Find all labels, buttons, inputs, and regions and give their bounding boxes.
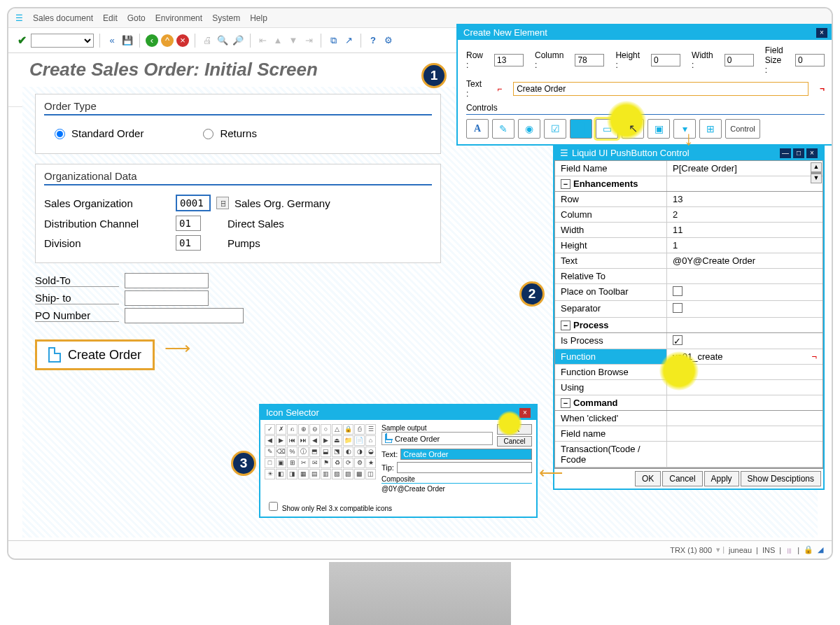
- pbc-width-value[interactable]: 11: [667, 223, 822, 237]
- callout-2: 2: [519, 281, 545, 307]
- collapse-icon[interactable]: −: [561, 398, 570, 408]
- isel-ok-button[interactable]: OK: [497, 424, 532, 435]
- cne-row-input[interactable]: [494, 54, 524, 66]
- find-icon[interactable]: 🔍: [216, 34, 229, 47]
- cne-width-input[interactable]: [724, 54, 754, 66]
- pbc-apply-button[interactable]: Apply: [704, 471, 739, 486]
- help-icon[interactable]: ?: [367, 34, 379, 47]
- radio-standard-order[interactable]: Standard Order: [51, 127, 144, 139]
- isel-composite-value: @0Y@Create Order: [382, 484, 532, 494]
- nav-up-icon[interactable]: ^: [161, 34, 174, 47]
- session-icon[interactable]: ⧉: [327, 34, 340, 47]
- icon-grid[interactable]: ✓✗⎌⊕⊖○△🔒⎙☰ ◀▶⏮⏭◀▶⏏📁📄⌂ ✎⌫%ⓘ⬒⬓⬔◐◑◒ □▣⊞✂✉⚑♻…: [265, 424, 376, 494]
- nav-back-icon[interactable]: ‹: [146, 34, 158, 47]
- cne-text-input[interactable]: [513, 82, 808, 96]
- menu-help[interactable]: Help: [250, 13, 267, 23]
- pbc-isprocess-checkbox[interactable]: ✓: [673, 335, 682, 345]
- pbc-cancel-button[interactable]: Cancel: [662, 471, 702, 486]
- close-icon[interactable]: ×: [806, 148, 818, 158]
- ctl-image-icon[interactable]: ▣: [648, 119, 670, 139]
- status-graph-icon: ⫼: [785, 546, 793, 554]
- cancel-icon[interactable]: ×: [176, 34, 189, 47]
- maximize-icon[interactable]: □: [793, 148, 804, 158]
- cne-height-input[interactable]: [651, 54, 680, 66]
- isel-sample-output: Create Order: [382, 432, 493, 445]
- arrow-left-icon: ⟵: [539, 463, 563, 483]
- pbc-relative-value[interactable]: [667, 269, 822, 283]
- collapse-icon[interactable]: −: [561, 179, 570, 189]
- pbc-row-value[interactable]: 13: [667, 192, 822, 206]
- sales-org-input[interactable]: [176, 195, 211, 211]
- pbc-ok-button[interactable]: OK: [635, 471, 661, 486]
- ctl-control-button[interactable]: Control: [725, 119, 760, 139]
- cne-width-label: Width :: [692, 50, 713, 70]
- radio-returns[interactable]: Returns: [200, 127, 257, 139]
- pbc-fieldname-value[interactable]: P[Create Order]: [667, 161, 822, 176]
- isel-tip-input[interactable]: [397, 462, 532, 473]
- cne-col-input[interactable]: [575, 54, 604, 66]
- pbc-show-button[interactable]: Show Desciptions: [741, 471, 821, 486]
- po-number-input[interactable]: [125, 308, 244, 323]
- create-order-label: Create Order: [68, 348, 141, 363]
- pbc-separator-checkbox[interactable]: [673, 303, 682, 313]
- isel-showrel-checkbox[interactable]: Show only Rel 3.x compatible icons: [266, 505, 392, 512]
- dist-channel-input[interactable]: [176, 216, 201, 231]
- menu-sales-document[interactable]: Sales document: [33, 13, 93, 23]
- pbc-height-value[interactable]: 1: [667, 238, 822, 253]
- pbc-col-value[interactable]: 2: [667, 207, 822, 222]
- menu-system[interactable]: System: [212, 13, 240, 23]
- minimize-icon[interactable]: —: [780, 148, 791, 158]
- save-icon[interactable]: 💾: [121, 34, 134, 47]
- close-icon[interactable]: ×: [816, 28, 827, 38]
- tcode-combo[interactable]: [31, 34, 94, 48]
- pbc-text-value[interactable]: @0Y@Create Order: [667, 253, 822, 268]
- sold-to-input[interactable]: [125, 273, 209, 288]
- pbc-scrollbar[interactable]: ▲▼: [811, 162, 822, 183]
- isel-sample-label: Sample output: [382, 424, 493, 432]
- chevron-icon[interactable]: ◢: [818, 545, 823, 554]
- ctl-text-icon[interactable]: A: [466, 119, 489, 139]
- create-order-button[interactable]: Create Order: [35, 339, 155, 370]
- settings-icon[interactable]: ⚙: [382, 34, 395, 47]
- print-icon[interactable]: 🖨: [201, 34, 214, 47]
- sales-org-help-icon[interactable]: ⌸: [216, 197, 229, 209]
- page-first-icon[interactable]: ⇤: [256, 34, 269, 47]
- division-input[interactable]: [176, 235, 201, 251]
- page-last-icon[interactable]: ⇥: [302, 34, 315, 47]
- menu-environment[interactable]: Environment: [155, 13, 202, 23]
- isel-title-bar[interactable]: Icon Selector ×: [260, 405, 536, 420]
- findnext-icon[interactable]: 🔎: [232, 34, 244, 47]
- isel-cancel-button[interactable]: Cancel: [497, 436, 532, 447]
- cne-row-label: Row :: [466, 50, 483, 70]
- org-data-group: Organizational Data Sales Organization ⌸…: [35, 164, 441, 263]
- cne-title-bar[interactable]: Create New Element ×: [458, 25, 833, 40]
- cne-fieldsize-input[interactable]: [795, 54, 825, 66]
- menu-goto[interactable]: Goto: [127, 13, 146, 23]
- cursor-icon: ↖: [629, 122, 638, 135]
- ctl-fill-icon[interactable]: ▉: [570, 119, 592, 139]
- ctl-edit-icon[interactable]: ✎: [492, 119, 514, 139]
- status-mode: INS: [762, 546, 775, 554]
- enter-icon[interactable]: ✔: [15, 34, 28, 47]
- order-type-title: Order Type: [44, 100, 432, 115]
- cne-height-label: Height :: [615, 50, 640, 70]
- ship-to-input[interactable]: [125, 290, 209, 306]
- page-up-icon[interactable]: ▲: [272, 34, 284, 47]
- pbc-toolbar-checkbox[interactable]: [673, 286, 682, 296]
- ctl-check-icon[interactable]: ☑: [544, 119, 566, 139]
- dist-channel-text: Direct Sales: [227, 218, 284, 230]
- isel-text-input[interactable]: [400, 449, 532, 460]
- pbc-fieldname-label: Field Name: [555, 161, 667, 176]
- back-icon[interactable]: «: [106, 34, 118, 47]
- menu-edit[interactable]: Edit: [103, 13, 118, 23]
- collapse-icon[interactable]: −: [561, 321, 570, 330]
- sales-org-text: Sales Org. Germany: [234, 197, 330, 209]
- close-icon[interactable]: ×: [519, 408, 531, 418]
- ctl-table-icon[interactable]: ⊞: [699, 119, 722, 139]
- page-down-icon[interactable]: ▼: [287, 34, 300, 47]
- shortcut-icon[interactable]: ↗: [342, 34, 355, 47]
- monitor-stand: [329, 562, 511, 625]
- pbc-function-value[interactable]: va01_create¬: [667, 349, 822, 364]
- ctl-pushbutton-icon[interactable]: ▭: [596, 119, 618, 139]
- ctl-radio-icon[interactable]: ◉: [518, 119, 540, 139]
